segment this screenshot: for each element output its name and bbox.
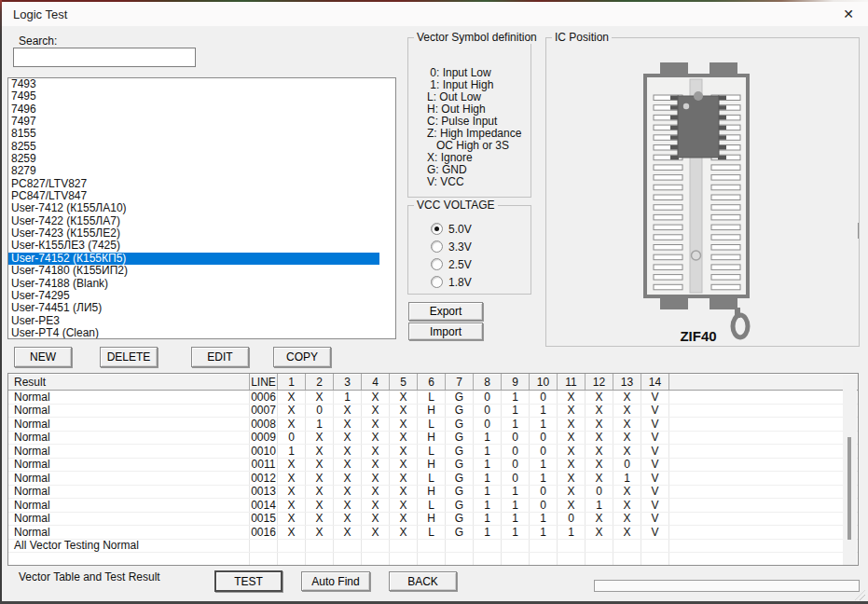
cell: X <box>334 513 362 526</box>
device-list-item[interactable]: 8255 <box>8 141 379 153</box>
cell: G <box>446 391 474 404</box>
vcc-option-1.8V[interactable]: 1.8V <box>431 273 472 291</box>
radio-icon[interactable] <box>431 276 443 288</box>
table-scrollbar[interactable] <box>843 375 857 566</box>
export-button[interactable]: Export <box>408 302 483 321</box>
device-list-item[interactable]: 7497 <box>8 116 379 128</box>
cell: G <box>446 472 474 485</box>
device-list-item[interactable]: 7496 <box>8 103 379 116</box>
radio-selected-icon[interactable] <box>431 223 443 235</box>
device-list-item[interactable]: User-PT4 (Clean) <box>8 327 379 339</box>
column-header: 2 <box>306 374 334 390</box>
cell: 0 <box>613 459 641 472</box>
device-list-item[interactable]: 8279 <box>8 165 379 177</box>
device-list-item[interactable]: User-74295 <box>8 290 379 302</box>
cell: X <box>613 405 641 418</box>
delete-button[interactable]: DELETE <box>100 347 158 367</box>
cell: X <box>306 391 334 404</box>
cell: 1 <box>530 459 558 472</box>
cell: X <box>334 445 362 458</box>
socket-label: ZIF40 <box>680 328 716 344</box>
cell <box>306 553 334 566</box>
device-list-item[interactable]: User-7423 (К155ЛЕ2) <box>8 227 379 240</box>
close-button[interactable]: ✕ <box>834 4 862 24</box>
cell <box>362 540 390 553</box>
vector-row[interactable]: Normal0016XXXXXLG1111XXV <box>8 526 858 540</box>
cell: X <box>278 418 306 431</box>
cell: V <box>641 432 669 445</box>
vector-row[interactable]: Normal00101XXXXLG100XXXV <box>8 445 858 459</box>
titlebar: Logic Test ✕ <box>2 2 868 26</box>
cell: Normal <box>8 418 250 431</box>
device-list-item[interactable]: User-7422 (К155ЛА7) <box>8 215 379 227</box>
edit-button[interactable]: EDIT <box>191 347 249 367</box>
cell <box>641 553 669 566</box>
column-header <box>669 374 858 390</box>
vector-row[interactable]: Normal0008X1XXXLG011XXXV <box>8 418 858 432</box>
cell: 0 <box>530 432 558 445</box>
new-button[interactable]: NEW <box>14 347 72 367</box>
cell: X <box>278 459 306 472</box>
cell <box>669 405 858 418</box>
device-list-item[interactable]: 8259 <box>8 153 379 165</box>
device-list-item[interactable]: PC847/LTV847 <box>8 190 379 202</box>
device-list-item[interactable]: User-К155ЛЕ3 (7425) <box>8 240 379 252</box>
screen-edge-top <box>0 0 868 2</box>
back-button[interactable]: BACK <box>389 571 457 591</box>
cell <box>8 553 250 566</box>
cell: 0 <box>502 432 530 445</box>
cell: 0009 <box>250 432 278 445</box>
cell <box>669 391 858 404</box>
cell: 1 <box>474 459 502 472</box>
device-list-item[interactable]: User-74188 (Blank) <box>8 278 379 290</box>
cell: X <box>586 513 613 526</box>
cell: 0016 <box>250 526 278 539</box>
cell: X <box>390 445 418 458</box>
device-list-item[interactable]: User-74451 (ЛИ5) <box>8 302 379 314</box>
vector-row[interactable]: Normal0007X0XXXHG011XXXV <box>8 405 858 419</box>
vector-row[interactable]: Normal0011XXXXXHG101XX0V <box>8 459 858 473</box>
device-list[interactable]: 74937495749674978155825582598279PC827/LT… <box>7 77 396 339</box>
device-list-item[interactable]: User-74152 (К155КП5) <box>8 253 379 265</box>
radio-icon[interactable] <box>431 258 443 270</box>
cell: 1 <box>502 405 530 418</box>
vector-row[interactable]: Normal0014XXXXXLG110X1XV <box>8 499 858 513</box>
cell <box>641 540 669 553</box>
device-list-item[interactable]: 8155 <box>8 128 379 140</box>
vector-row[interactable]: Normal0013XXXXXHG110X0XV <box>8 486 858 500</box>
table-scrollbar-thumb[interactable] <box>847 437 851 540</box>
device-list-item[interactable]: PC827/LTV827 <box>8 178 379 190</box>
test-button[interactable]: TEST <box>214 570 282 592</box>
cell: X <box>362 472 390 485</box>
rail-hole <box>692 251 701 260</box>
cell <box>446 553 474 566</box>
cell: X <box>362 405 390 418</box>
cell <box>390 540 418 553</box>
vector-row[interactable]: Normal0012XXXXXLG101XX1V <box>8 472 858 486</box>
import-button[interactable]: Import <box>408 323 483 340</box>
device-list-item[interactable]: User-74180 (К155ИП2) <box>8 265 379 277</box>
vector-row[interactable]: Normal00090XXXXHG100XXXV <box>8 432 858 446</box>
copy-button[interactable]: COPY <box>273 347 331 367</box>
cell <box>390 553 418 566</box>
empty-row[interactable] <box>8 553 858 566</box>
vcc-option-5.0V[interactable]: 5.0V <box>431 220 472 238</box>
radio-label: 5.0V <box>448 223 472 236</box>
device-list-item[interactable]: User-7412 (К155ЛА10) <box>8 202 379 214</box>
cell: X <box>390 391 418 404</box>
cell: 1 <box>474 526 502 539</box>
vector-row[interactable]: Normal0015XXXXXHG1110XXV <box>8 513 858 527</box>
auto-find-button[interactable]: Auto Find <box>301 571 370 591</box>
summary-row[interactable]: All Vector Testing Normal <box>8 540 858 554</box>
device-list-item[interactable]: User-PE3 <box>8 315 379 327</box>
radio-icon[interactable] <box>431 240 443 253</box>
search-input[interactable] <box>13 48 196 67</box>
device-list-item[interactable]: 7495 <box>8 90 379 103</box>
vcc-option-3.3V[interactable]: 3.3V <box>431 238 472 255</box>
device-list-item[interactable]: 7493 <box>8 78 379 90</box>
cell: H <box>418 432 446 445</box>
cell: X <box>306 445 334 458</box>
vcc-option-2.5V[interactable]: 2.5V <box>431 255 472 273</box>
cell: X <box>334 486 362 499</box>
vector-row[interactable]: Normal0006XX1XXLG010XXXV <box>8 391 858 405</box>
